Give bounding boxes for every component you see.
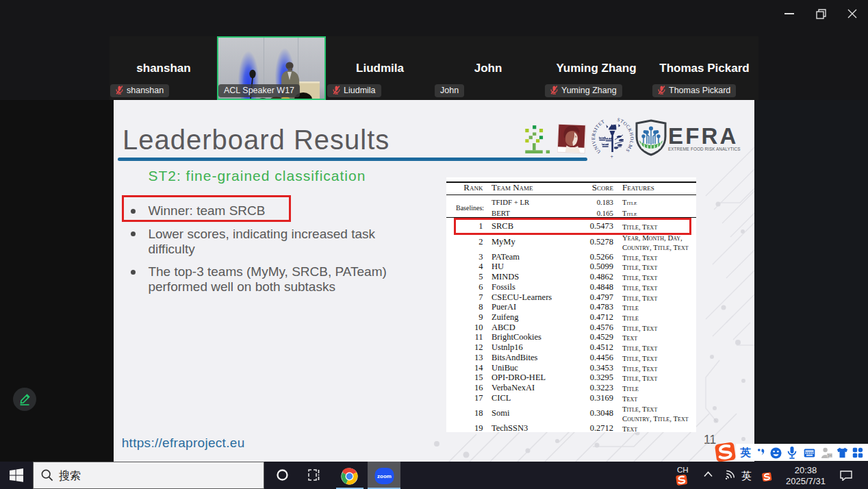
svg-text:+: + — [611, 153, 614, 159]
svg-text:UNIVERSITET: UNIVERSITET — [591, 118, 606, 154]
svg-text:34: 34 — [828, 453, 832, 457]
svg-text:zoom: zoom — [377, 473, 392, 479]
